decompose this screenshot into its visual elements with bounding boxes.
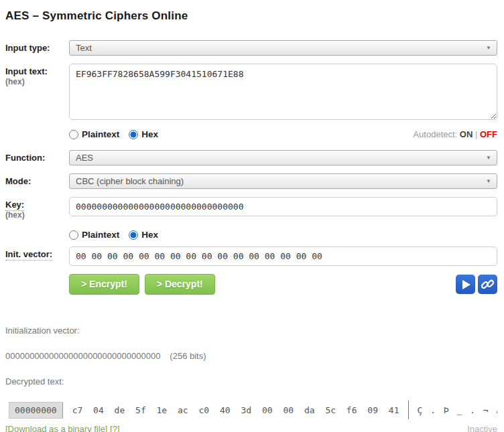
radio-checked-icon[interactable] (129, 130, 138, 139)
icon-buttons (453, 275, 497, 294)
autodetect-label: Autodetect: (413, 129, 457, 139)
input-type-label: Input type: (5, 43, 50, 53)
decrypted-text-label: Decrypted text: (5, 376, 497, 386)
input-text-label: Input text: (5, 66, 48, 76)
key-format-hex-label: Hex (141, 230, 158, 240)
key-format-plaintext-option[interactable]: Plaintext (69, 230, 119, 240)
help-link[interactable]: [?] (110, 424, 119, 432)
hexdump-offset: 00000000 (9, 402, 63, 419)
decrypt-button[interactable]: > Decrypt! (145, 274, 215, 295)
link-icon (481, 277, 495, 291)
mode-value: CBC (cipher block chaining) (76, 176, 184, 186)
input-text-row: Input text: (hex) EF963FF7828658A599F304… (5, 64, 497, 123)
key-format-hex-option[interactable]: Hex (129, 230, 158, 240)
function-select[interactable]: AES ▼ (69, 150, 497, 165)
autodetect-control: Autodetect: ON | OFF (413, 129, 497, 139)
action-buttons-row: > Encrypt! > Decrypt! (69, 274, 497, 295)
key-row: Key: (hex) (5, 197, 497, 220)
play-icon (462, 280, 470, 289)
run-button[interactable] (456, 275, 475, 294)
autodetect-off-link[interactable]: OFF (480, 129, 497, 139)
mode-select[interactable]: CBC (cipher block chaining) ▼ (69, 173, 497, 189)
autodetect-on-link[interactable]: ON (460, 129, 473, 139)
hexdump-row: 00000000 c7 04 de 5f 1e ac c0 40 3d 00 0… (9, 401, 497, 419)
permalink-button[interactable] (478, 275, 497, 294)
hexdump-ascii: Ç . Þ _ . ¬ À @ = . . Ú \ ö . A (417, 405, 497, 415)
key-format-row: Plaintext Hex (69, 230, 497, 240)
chevron-down-icon: ▼ (486, 174, 491, 189)
function-row: Function: AES ▼ (5, 150, 497, 165)
radio-unchecked-icon[interactable] (69, 130, 78, 139)
input-type-select[interactable]: Text ▼ (69, 40, 497, 56)
download-links: [Download as a binary file] [?] (5, 424, 120, 432)
download-binary-link[interactable]: [Download as a binary file] (5, 424, 107, 432)
input-type-row: Input type: Text ▼ (5, 40, 497, 56)
init-vector-row: Init. vector: (5, 246, 497, 266)
key-format-plaintext-label: Plaintext (82, 230, 119, 240)
init-vector-input[interactable] (69, 246, 497, 266)
iv-bits: (256 bits) (170, 351, 206, 361)
init-vector-label: Init. vector: (5, 249, 52, 261)
input-format-hex-option[interactable]: Hex (129, 129, 158, 139)
key-input[interactable] (69, 197, 497, 216)
input-format-hex-label: Hex (141, 129, 158, 139)
key-label: Key: (5, 200, 24, 211)
function-label: Function: (5, 153, 45, 163)
radio-unchecked-icon[interactable] (69, 230, 78, 240)
aes-tool-page: AES – Symmetric Ciphers Online Input typ… (0, 9, 504, 432)
mode-label: Mode: (5, 176, 31, 186)
input-format-plaintext-option[interactable]: Plaintext (69, 129, 119, 139)
autodetect-separator: | (475, 129, 477, 139)
input-format-row: Plaintext Hex Autodetect: ON | OFF (69, 129, 497, 139)
status-text: Inactive (467, 424, 497, 432)
hexdump-bytes: c7 04 de 5f 1e ac c0 40 3d 00 00 da 5c f… (72, 405, 399, 415)
footer-row: [Download as a binary file] [?] Inactive (5, 424, 497, 432)
hexdump-separator (408, 401, 409, 419)
function-value: AES (76, 153, 93, 163)
chevron-down-icon: ▼ (486, 151, 491, 165)
input-text-area[interactable]: EF963FF7828658A599F3041510671E88 (69, 64, 497, 120)
input-text-sublabel: (hex) (5, 77, 25, 86)
radio-checked-icon[interactable] (129, 230, 138, 240)
iv-output-label: Initialization vector: (5, 326, 497, 336)
input-format-plaintext-label: Plaintext (82, 129, 119, 139)
encrypt-button[interactable]: > Encrypt! (69, 274, 139, 295)
key-sublabel: (hex) (5, 210, 25, 220)
page-title: AES – Symmetric Ciphers Online (5, 9, 497, 23)
mode-row: Mode: CBC (cipher block chaining) ▼ (5, 173, 497, 189)
chevron-down-icon: ▼ (486, 41, 491, 56)
iv-output-value-row: 00000000000000000000000000000000(256 bit… (5, 351, 497, 361)
iv-output-value: 00000000000000000000000000000000 (5, 351, 160, 361)
input-type-value: Text (76, 43, 92, 53)
